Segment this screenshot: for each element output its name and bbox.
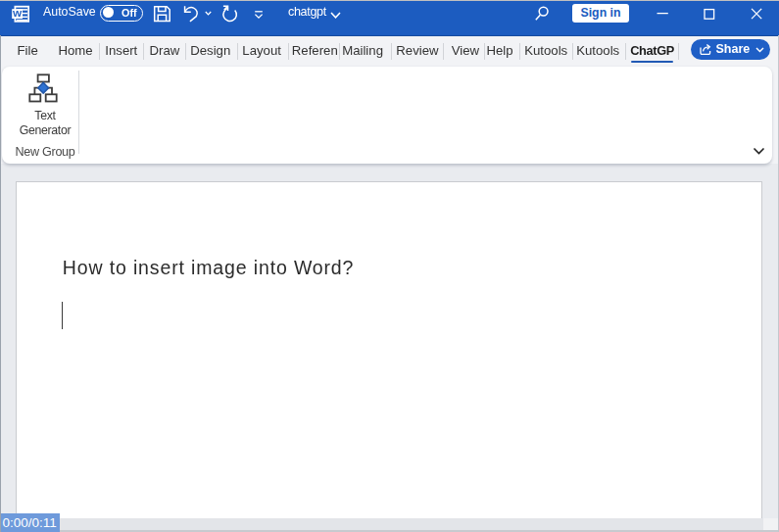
svg-text:W: W	[13, 8, 23, 19]
